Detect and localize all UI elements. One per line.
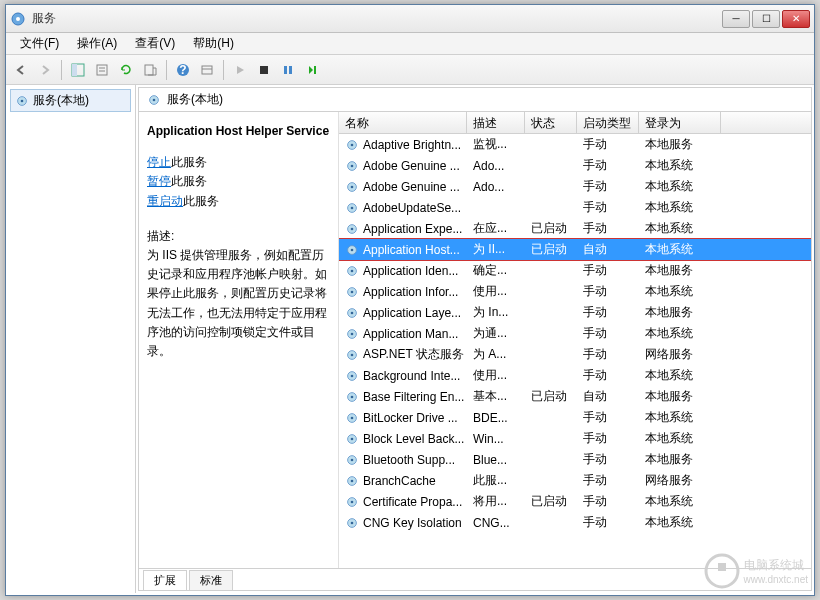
- svg-point-32: [351, 248, 354, 251]
- col-startup[interactable]: 启动类型: [577, 112, 639, 133]
- service-row[interactable]: Base Filtering En...基本...已启动自动本地服务: [339, 386, 811, 407]
- col-logon[interactable]: 登录为: [639, 112, 721, 133]
- titlebar[interactable]: 服务 ─ ☐ ✕: [6, 5, 814, 33]
- pause-service-button[interactable]: [277, 59, 299, 81]
- service-row[interactable]: AdobeUpdateSe...手动本地系统: [339, 197, 811, 218]
- svg-point-19: [153, 98, 156, 101]
- service-row[interactable]: BitLocker Drive ...BDE...手动本地系统: [339, 407, 811, 428]
- service-row[interactable]: Application Host...为 II...已启动自动本地系统: [339, 239, 811, 260]
- gear-icon: [345, 180, 359, 194]
- svg-point-1: [16, 17, 20, 21]
- gear-icon: [345, 348, 359, 362]
- close-button[interactable]: ✕: [782, 10, 810, 28]
- help-button[interactable]: ?: [172, 59, 194, 81]
- service-row[interactable]: Adobe Genuine ...Ado...手动本地系统: [339, 155, 811, 176]
- pause-link[interactable]: 暂停: [147, 174, 171, 188]
- properties2-button[interactable]: [196, 59, 218, 81]
- service-row[interactable]: BranchCache此服...手动网络服务: [339, 470, 811, 491]
- service-row[interactable]: Adaptive Brightn...监视...手动本地服务: [339, 134, 811, 155]
- svg-rect-13: [284, 66, 287, 74]
- toolbar: ?: [6, 55, 814, 85]
- show-hide-tree-button[interactable]: [67, 59, 89, 81]
- service-row[interactable]: Adobe Genuine ...Ado...手动本地系统: [339, 176, 811, 197]
- list-rows[interactable]: Adaptive Brightn...监视...手动本地服务Adobe Genu…: [339, 134, 811, 568]
- col-name[interactable]: 名称: [339, 112, 467, 133]
- detail-pane: Application Host Helper Service 停止此服务 暂停…: [139, 112, 339, 568]
- minimize-button[interactable]: ─: [722, 10, 750, 28]
- gear-icon: [345, 474, 359, 488]
- back-button[interactable]: [10, 59, 32, 81]
- service-row[interactable]: Application Man...为通...手动本地系统: [339, 323, 811, 344]
- gear-icon: [345, 138, 359, 152]
- gear-icon: [345, 264, 359, 278]
- nav-root-item[interactable]: 服务(本地): [10, 89, 131, 112]
- svg-rect-12: [260, 66, 268, 74]
- gear-icon: [345, 390, 359, 404]
- svg-point-26: [351, 185, 354, 188]
- nav-tree[interactable]: 服务(本地): [6, 85, 136, 593]
- svg-point-38: [351, 311, 354, 314]
- col-status[interactable]: 状态: [525, 112, 577, 133]
- separator: [61, 60, 62, 80]
- separator: [223, 60, 224, 80]
- restart-service-button[interactable]: [301, 59, 323, 81]
- svg-point-54: [351, 479, 354, 482]
- main-pane: 服务(本地) Application Host Helper Service 停…: [138, 87, 812, 591]
- svg-point-30: [351, 227, 354, 230]
- service-row[interactable]: Certificate Propa...将用...已启动手动本地系统: [339, 491, 811, 512]
- menu-file[interactable]: 文件(F): [12, 33, 67, 54]
- service-row[interactable]: Application Expe...在应...已启动手动本地系统: [339, 218, 811, 239]
- gear-icon: [345, 222, 359, 236]
- gear-icon: [345, 432, 359, 446]
- svg-rect-7: [145, 65, 153, 75]
- window-title: 服务: [32, 10, 722, 27]
- export-button[interactable]: [139, 59, 161, 81]
- start-service-button[interactable]: [229, 59, 251, 81]
- gear-icon: [345, 495, 359, 509]
- service-row[interactable]: Application Infor...使用...手动本地系统: [339, 281, 811, 302]
- nav-root-label: 服务(本地): [33, 92, 89, 109]
- menu-action[interactable]: 操作(A): [69, 33, 125, 54]
- gear-icon: [15, 94, 29, 108]
- list-header[interactable]: 名称 描述 状态 启动类型 登录为: [339, 112, 811, 134]
- gear-icon: [345, 369, 359, 383]
- service-row[interactable]: CNG Key IsolationCNG...手动本地系统: [339, 512, 811, 533]
- gear-icon: [345, 243, 359, 257]
- service-row[interactable]: Background Inte...使用...手动本地系统: [339, 365, 811, 386]
- gear-icon: [147, 93, 161, 107]
- gear-icon: [345, 327, 359, 341]
- service-row[interactable]: ASP.NET 状态服务为 A...手动网络服务: [339, 344, 811, 365]
- svg-rect-4: [97, 65, 107, 75]
- main-header-label: 服务(本地): [167, 91, 223, 108]
- restart-link[interactable]: 重启动: [147, 194, 183, 208]
- forward-button[interactable]: [34, 59, 56, 81]
- tab-extended[interactable]: 扩展: [143, 570, 187, 590]
- maximize-button[interactable]: ☐: [752, 10, 780, 28]
- tab-standard[interactable]: 标准: [189, 570, 233, 590]
- svg-point-34: [351, 269, 354, 272]
- refresh-button[interactable]: [115, 59, 137, 81]
- svg-rect-3: [72, 64, 77, 76]
- col-desc[interactable]: 描述: [467, 112, 525, 133]
- service-row[interactable]: Application Iden...确定...手动本地服务: [339, 260, 811, 281]
- service-row[interactable]: Block Level Back...Win...手动本地系统: [339, 428, 811, 449]
- stop-link[interactable]: 停止: [147, 155, 171, 169]
- svg-point-22: [351, 143, 354, 146]
- stop-service-button[interactable]: [253, 59, 275, 81]
- service-row[interactable]: Bluetooth Supp...Blue...手动本地服务: [339, 449, 811, 470]
- svg-point-48: [351, 416, 354, 419]
- gear-icon: [345, 201, 359, 215]
- svg-rect-15: [314, 66, 316, 74]
- services-icon: [10, 11, 26, 27]
- menu-help[interactable]: 帮助(H): [185, 33, 242, 54]
- gear-icon: [345, 285, 359, 299]
- menu-view[interactable]: 查看(V): [127, 33, 183, 54]
- description-text: 为 IIS 提供管理服务，例如配置历史记录和应用程序池帐户映射。如果停止此服务，…: [147, 246, 330, 361]
- service-row[interactable]: Application Laye...为 In...手动本地服务: [339, 302, 811, 323]
- gear-icon: [345, 159, 359, 173]
- main-header: 服务(本地): [139, 88, 811, 112]
- svg-point-56: [351, 500, 354, 503]
- properties-button[interactable]: [91, 59, 113, 81]
- svg-point-42: [351, 353, 354, 356]
- svg-text:?: ?: [179, 63, 186, 77]
